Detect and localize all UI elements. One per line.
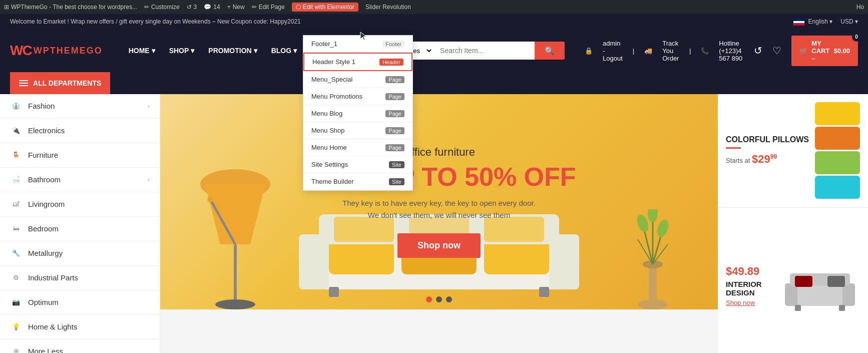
tools-icon: 🔧 xyxy=(10,247,22,259)
nav-promotion[interactable]: PROMOTION ▾ xyxy=(202,44,263,58)
currency-selector[interactable]: USD ▾ xyxy=(840,18,858,25)
sidebar-item-livingroom[interactable]: 🛋 Livingroom xyxy=(0,192,160,217)
hamburger-icon xyxy=(19,80,28,86)
interior-shop-link[interactable]: Shop now xyxy=(726,299,755,306)
nav-home[interactable]: HOME ▾ xyxy=(123,44,161,58)
logo-brand-text: WPTHEMEGO xyxy=(34,46,103,56)
sidebar-item-bathroom[interactable]: 🛁 Bathroom › xyxy=(0,168,160,192)
all-departments-button[interactable]: ALL DEPARTMENTS xyxy=(10,72,110,94)
dot-2[interactable] xyxy=(436,296,442,302)
cart-button[interactable]: 0 🛒 MY CART – $0.00 xyxy=(791,36,858,66)
hotline: Hotline (+123)4 567 890 xyxy=(719,40,744,62)
svg-rect-33 xyxy=(795,276,812,287)
dropdown-site-settings[interactable]: Site Settings Site xyxy=(303,156,412,173)
dot-3[interactable] xyxy=(446,296,452,302)
admin-bar: ⊞ WPThemeGo - The best choose for wordpr… xyxy=(0,0,868,14)
pillows-price: $2999 xyxy=(752,153,777,165)
dropdown-header-style1[interactable]: Header Style 1 Header xyxy=(303,53,412,71)
sidebar-item-optimum[interactable]: 📷 Optimum xyxy=(0,290,160,315)
sidebar-item-furniture[interactable]: 🪑 Furniture xyxy=(0,143,160,168)
chevron-shop-icon: ▾ xyxy=(191,47,194,55)
header-style1-label: Header Style 1 xyxy=(312,58,355,66)
svg-rect-35 xyxy=(795,305,801,311)
site-settings-label: Site Settings xyxy=(311,161,348,168)
lightbulb-icon: 💡 xyxy=(10,321,22,333)
dropdown-menu-blog[interactable]: Menu Blog Page xyxy=(303,105,412,122)
customize-link[interactable]: ✏ Customize xyxy=(144,4,180,11)
logo-wc-letters: WC xyxy=(10,43,32,59)
svg-rect-2 xyxy=(234,244,237,304)
dropdown-menu-home[interactable]: Menu Home Page xyxy=(303,139,412,156)
bathroom-arrow-icon: › xyxy=(148,176,150,183)
dropdown-menu-special[interactable]: Menu_Special Page xyxy=(303,71,412,88)
sidebar-item-metallurgy[interactable]: 🔧 Metallurgy xyxy=(0,241,160,266)
chevron-blog-icon: ▾ xyxy=(293,47,297,55)
plug-icon: 🔌 xyxy=(10,125,22,137)
dropdown-theme-builder[interactable]: Theme Builder Site xyxy=(303,173,412,190)
camera-icon: 📷 xyxy=(10,296,22,308)
dot-1[interactable] xyxy=(426,296,432,302)
livingroom-label: Livingroom xyxy=(28,200,65,208)
chair-icon: 🪑 xyxy=(10,149,22,161)
gear-icon: ⚙ xyxy=(10,272,22,284)
sidebar-item-bedroom[interactable]: 🛏 Bedroom xyxy=(0,217,160,241)
wp-icon: ⊞ xyxy=(4,4,9,11)
nav-shop[interactable]: SHOP ▾ xyxy=(163,44,201,58)
site-logo[interactable]: WC WPTHEMEGO xyxy=(10,43,103,59)
revisions-link[interactable]: ↺ 3 xyxy=(187,4,197,11)
lock-icon: 🔒 xyxy=(585,47,593,55)
refresh-icon[interactable]: ↺ xyxy=(754,45,762,57)
wishlist-icon[interactable]: ♡ xyxy=(772,45,781,57)
nav-blog[interactable]: BLOG ▾ xyxy=(265,44,303,58)
menu-blog-label: Menu Blog xyxy=(311,110,342,117)
truck-icon: 🚚 xyxy=(644,47,652,55)
optimum-label: Optimum xyxy=(28,298,59,306)
sidebar-item-home-lights[interactable]: 💡 Home & Lights xyxy=(0,315,160,339)
page-badge-special: Page xyxy=(385,76,404,83)
comments-link[interactable]: 💬 14 xyxy=(204,4,220,11)
search-button[interactable]: 🔍 xyxy=(535,42,565,60)
svg-point-15 xyxy=(648,209,658,222)
footer1-label: Footer_1 xyxy=(311,40,337,48)
separator2: | xyxy=(689,47,691,55)
admin-logout[interactable]: admin - Logout xyxy=(603,40,623,62)
sidebar-item-fashion[interactable]: 👔 Fashion › xyxy=(0,94,160,119)
welcome-message: Welcome to Emarket ! Wrap new offers / g… xyxy=(10,18,301,25)
dropdown-menu-promotions[interactable]: Menu Promotions Page xyxy=(303,88,412,105)
right-sidebar: COLORFUL PILLOWS Starts at $2999 xyxy=(718,94,868,353)
dropdown-footer1[interactable]: Footer_1 Footer xyxy=(303,36,412,53)
vase-illustration xyxy=(633,209,673,309)
admin-site-name[interactable]: ⊞ WPThemeGo - The best choose for wordpr… xyxy=(4,4,137,11)
page-badge-promo: Page xyxy=(385,93,404,100)
furniture-label: Furniture xyxy=(28,151,58,159)
track-order[interactable]: Track You Order xyxy=(662,40,679,62)
edit-page-link[interactable]: ✏ Edit Page xyxy=(252,4,285,11)
sofa-thumbnail xyxy=(780,261,860,311)
separator1: | xyxy=(633,47,634,55)
slider-revolution-link[interactable]: Slider Revolution xyxy=(365,4,411,11)
cart-icon: 🛒 xyxy=(799,47,807,55)
main-content-area: 👔 Fashion › 🔌 Electronics 🪑 Furniture 🛁 … xyxy=(0,94,868,353)
bathroom-label: Bathroom xyxy=(28,175,61,184)
svg-point-3 xyxy=(215,299,255,309)
language-selector[interactable]: English ▾ xyxy=(793,18,832,26)
new-link[interactable]: + New xyxy=(227,4,245,11)
sidebar-item-more-less[interactable]: ⊕ More Less xyxy=(0,339,160,353)
promo-interior-info: $49.89 INTERIOR DESIGN Shop now xyxy=(726,265,774,306)
fashion-arrow-icon: › xyxy=(148,102,150,110)
svg-marker-1 xyxy=(205,184,265,244)
header-actions: 🔒 admin - Logout | 🚚 Track You Order | 📞… xyxy=(585,36,858,66)
svg-rect-23 xyxy=(329,287,339,297)
header-badge: Header xyxy=(379,59,403,66)
edit-elementor-button[interactable]: ⬡ Edit with Elementor xyxy=(292,3,358,12)
chevron-promo-icon: ▾ xyxy=(254,47,257,55)
cart-label: MY CART – xyxy=(811,40,829,62)
dropdown-menu-shop[interactable]: Menu Shop Page xyxy=(303,122,412,139)
cart-badge: 0 xyxy=(852,33,861,42)
shop-now-button[interactable]: Shop now xyxy=(397,233,481,258)
search-input[interactable] xyxy=(433,42,535,60)
sidebar-item-industrial-parts[interactable]: ⚙ Industrial Parts xyxy=(0,266,160,290)
sidebar-item-electronics[interactable]: 🔌 Electronics xyxy=(0,119,160,143)
site-badge-settings: Site xyxy=(389,161,404,168)
svg-rect-24 xyxy=(539,287,549,297)
